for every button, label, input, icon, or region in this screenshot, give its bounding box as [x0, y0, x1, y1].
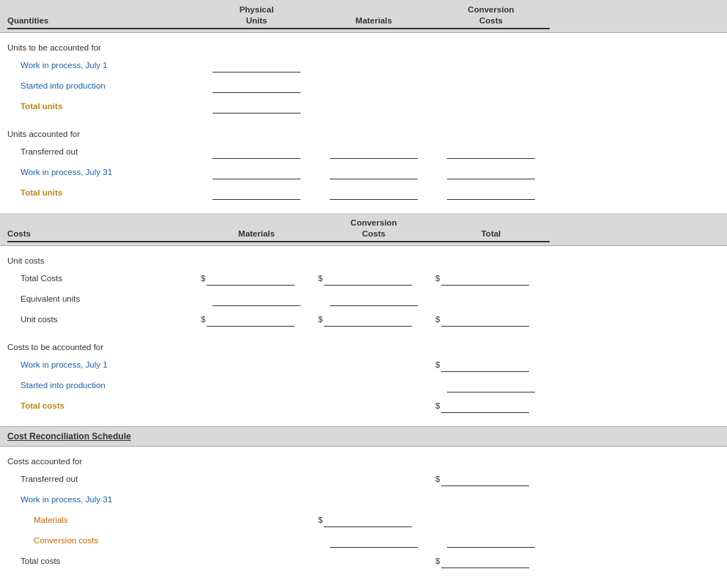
dollar-sign-8: $	[435, 401, 440, 410]
costs-accounted-for-label: Costs accounted for	[7, 457, 720, 466]
wip-july1-total-input[interactable]	[441, 357, 529, 372]
materials-recon-mid-cell: $	[315, 513, 432, 527]
started-production-physical-input[interactable]	[213, 78, 300, 93]
total-units2-physical-cell	[198, 185, 315, 200]
dollar-sign-4: $	[201, 315, 205, 324]
conversion-costs-recon-mid-input[interactable]	[330, 533, 418, 548]
conversion-costs-col-header-2: ConversionCosts	[315, 217, 432, 242]
wip-july31-materials-input[interactable]	[330, 165, 418, 179]
total-costs-label: Total Costs	[7, 274, 198, 283]
total-costs-final-input[interactable]	[441, 398, 529, 413]
conversion-costs-recon-total-input[interactable]	[447, 533, 535, 548]
table-row: Work in process, July 1	[7, 56, 720, 74]
total-units-physical-input[interactable]	[213, 99, 300, 113]
started-production-label-q: Started into production	[7, 81, 198, 90]
total-units2-physical-input[interactable]	[213, 185, 300, 200]
wip-july31-conversion-cell	[432, 165, 550, 179]
table-row: Work in process, July 1 $	[7, 356, 720, 373]
materials-col-header-1: Materials	[315, 15, 432, 29]
total-costs-conversion-input[interactable]	[324, 271, 412, 286]
cost-reconciliation-title: Cost Reconciliation Schedule	[7, 431, 131, 442]
total-costs-total-input[interactable]	[441, 271, 529, 286]
conversion-costs-recon-total-cell	[432, 533, 550, 548]
total-units2-conversion-input[interactable]	[447, 185, 535, 200]
wip-july1-total-cell: $	[432, 357, 550, 372]
total-costs-recon-label: Total costs	[7, 557, 198, 565]
units-to-be-accounted-label: Units to be accounted for	[7, 43, 720, 52]
total-costs-materials-cell: $	[198, 271, 315, 286]
total-costs-materials-input[interactable]	[207, 271, 295, 286]
total-costs-costs-label: Total costs	[7, 401, 198, 410]
dollar-sign-6: $	[435, 315, 440, 324]
table-row: Unit costs $ $ $	[7, 310, 720, 328]
transferred-out-physical-cell	[198, 144, 315, 159]
wip-july31-conversion-input[interactable]	[447, 165, 535, 179]
wip-july1-costs-label: Work in process, July 1	[7, 360, 198, 369]
total-units2-materials-input[interactable]	[330, 185, 418, 200]
unit-costs-label: Unit costs	[7, 256, 720, 265]
transferred-out-materials-input[interactable]	[330, 144, 418, 159]
transferred-out-conversion-cell	[432, 144, 550, 159]
table-row: Total units	[7, 184, 720, 201]
materials-recon-label: Materials	[7, 516, 198, 524]
cost-reconciliation-header: Cost Reconciliation Schedule	[0, 426, 727, 447]
wip-july1-physical-input[interactable]	[213, 58, 300, 72]
table-row: Transferred out $	[7, 470, 720, 488]
wip-july31-physical-cell	[198, 165, 315, 179]
table-row: Total costs $	[7, 552, 720, 570]
conversion-costs-recon-label: Conversion costs	[7, 536, 198, 545]
table-row: Work in process, July 31	[7, 491, 720, 508]
section3-body: Costs accounted for Transferred out $ Wo…	[0, 447, 727, 581]
transferred-out-recon-total-input[interactable]	[441, 472, 529, 486]
total-units-label-q1: Total units	[7, 102, 198, 111]
started-production-total-input[interactable]	[447, 378, 535, 392]
unit-costs-materials-cell: $	[198, 312, 315, 327]
quantities-section-header: Quantities PhysicalUnits Materials Conve…	[0, 0, 727, 33]
unit-costs-conversion-input[interactable]	[324, 312, 412, 327]
table-row: Materials $	[7, 511, 720, 529]
costs-to-be-accounted-label: Costs to be accounted for	[7, 343, 720, 351]
wip-july31-physical-input[interactable]	[213, 165, 300, 179]
unit-costs-materials-input[interactable]	[207, 312, 295, 327]
costs-col-header: Costs	[7, 228, 198, 242]
unit-costs-row-label: Unit costs	[7, 315, 198, 324]
started-production-costs-label: Started into production	[7, 381, 198, 390]
conversion-costs-col-header-1: ConversionCosts	[432, 4, 550, 29]
equivalent-units-conversion-input[interactable]	[330, 291, 418, 306]
table-row: Transferred out	[7, 143, 720, 160]
materials-col-header-2: Materials	[198, 228, 315, 242]
dollar-sign-2: $	[318, 274, 322, 283]
total-costs-total-cell: $	[432, 271, 550, 286]
total-col-header: Total	[432, 228, 550, 242]
transferred-out-physical-input[interactable]	[213, 144, 300, 159]
materials-recon-mid-input[interactable]	[324, 513, 412, 527]
total-costs-recon-total-input[interactable]	[441, 554, 529, 568]
physical-units-col-header: PhysicalUnits	[198, 4, 315, 29]
equivalent-units-materials-cell	[198, 291, 315, 306]
dollar-sign-9: $	[435, 475, 440, 483]
table-row: Started into production	[7, 376, 720, 394]
section1-body: Units to be accounted for Work in proces…	[0, 33, 727, 213]
equivalent-units-materials-input[interactable]	[213, 291, 300, 306]
unit-costs-total-cell: $	[432, 312, 550, 327]
total-units2-conversion-cell	[432, 185, 550, 200]
unit-costs-total-input[interactable]	[441, 312, 529, 327]
page: Quantities PhysicalUnits Materials Conve…	[0, 0, 727, 588]
dollar-sign-10: $	[318, 516, 322, 524]
total-costs-final-cell: $	[432, 398, 550, 413]
table-row: Conversion costs	[7, 532, 720, 549]
total-units-physical-cell	[198, 99, 315, 113]
equivalent-units-conversion-cell	[315, 291, 432, 306]
equivalent-units-label: Equivalent units	[7, 294, 198, 303]
transferred-out-label-q: Transferred out	[7, 147, 198, 156]
transferred-out-recon-label: Transferred out	[7, 475, 198, 483]
started-production-physical-cell	[198, 78, 315, 93]
dollar-sign-3: $	[435, 274, 440, 283]
table-row: Total costs $	[7, 397, 720, 414]
transferred-out-materials-cell	[315, 144, 432, 159]
dollar-sign-5: $	[318, 315, 322, 324]
transferred-out-conversion-input[interactable]	[447, 144, 535, 159]
table-row: Equivalent units	[7, 290, 720, 308]
wip-july31-materials-cell	[315, 165, 432, 179]
units-accounted-for-label: Units accounted for	[7, 130, 720, 138]
